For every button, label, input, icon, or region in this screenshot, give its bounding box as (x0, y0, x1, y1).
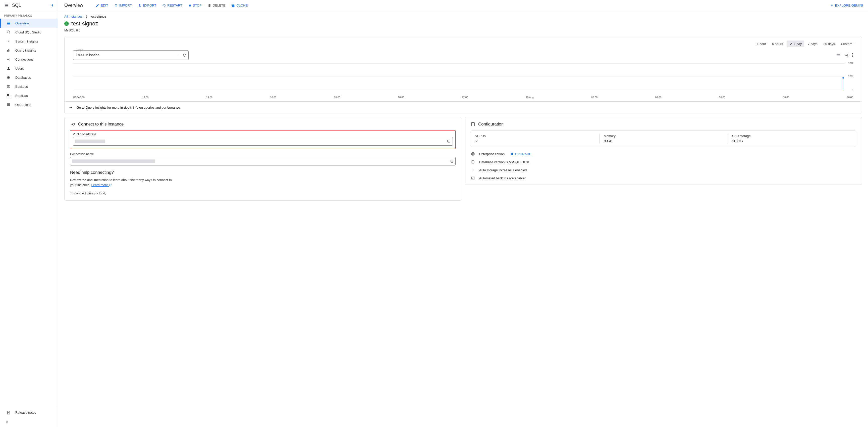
restart-button[interactable]: Restart (160, 2, 185, 9)
product-logo-icon (4, 3, 9, 8)
x-tick: 22:00 (462, 96, 468, 99)
nav-item-connections[interactable]: Connections (0, 55, 58, 64)
chart-plot: 20% 10% 0 (73, 62, 853, 95)
svg-rect-3 (8, 86, 9, 86)
copy-public-ip-button[interactable] (447, 140, 451, 143)
upgrade-button[interactable]: Upgrade (510, 152, 531, 156)
range-30days[interactable]: 30 days (821, 40, 838, 47)
import-button[interactable]: Import (112, 2, 134, 9)
collapse-sidebar-button[interactable] (0, 417, 58, 427)
x-tick: 16:00 (270, 96, 276, 99)
range-6hours[interactable]: 6 hours (770, 40, 785, 47)
time-range-selector: 1 hour 6 hours 1 day 7 days 30 days Cust… (65, 39, 862, 49)
range-custom[interactable]: Custom (838, 40, 859, 47)
instance-name: test-signoz (71, 20, 98, 27)
stat-vcpus-value: 2 (475, 139, 595, 143)
connection-name-field (70, 157, 456, 166)
nav-label: Release notes (15, 411, 36, 415)
nav-label: Overview (15, 21, 29, 25)
chevron-down-icon (177, 54, 179, 56)
config-row-auto-storage: Auto storage increase is enabled (471, 168, 856, 172)
chart-metric-select[interactable]: Chart CPU utilisation (73, 50, 189, 60)
clone-button[interactable]: Clone (229, 2, 250, 9)
connection-name-label: Connection name (70, 152, 456, 156)
config-icon (471, 122, 475, 126)
svg-rect-19 (511, 153, 512, 154)
nav-item-overview[interactable]: Overview (0, 19, 58, 28)
public-ip-field (73, 137, 453, 146)
x-tick: 10:00 (847, 96, 853, 99)
release-notes-icon (6, 411, 11, 415)
pin-icon[interactable] (51, 4, 54, 7)
delete-button[interactable]: Delete (205, 2, 228, 9)
connect-icon (70, 122, 75, 127)
nav-item-release-notes[interactable]: Release notes (0, 408, 58, 417)
edit-button[interactable]: Edit (93, 2, 111, 9)
x-tick: 02:00 (591, 96, 597, 99)
learn-more-link[interactable]: Learn more (91, 183, 112, 187)
x-tick: 19 Aug (526, 96, 533, 99)
backups-icon (6, 85, 11, 88)
nav-item-replicas[interactable]: Replicas (0, 91, 58, 100)
database-icon (471, 160, 475, 164)
nav-item-users[interactable]: Users (0, 64, 58, 73)
svg-rect-0 (189, 4, 191, 6)
instance-engine: MySQL 8.0 (64, 28, 862, 32)
globe-icon (471, 152, 475, 156)
search-icon (6, 30, 11, 34)
stat-memory-value: 8 GB (604, 139, 723, 143)
svg-point-10 (852, 56, 853, 57)
nav-item-query-insights[interactable]: Query insights (0, 46, 58, 55)
nav-item-operations[interactable]: Operations (0, 100, 58, 109)
copy-connection-name-button[interactable] (450, 160, 453, 163)
svg-rect-21 (511, 154, 512, 155)
nav-label: System insights (15, 39, 38, 43)
nav-item-cloud-sql-studio[interactable]: Cloud SQL Studio (0, 28, 58, 37)
x-tick: 20:00 (398, 96, 404, 99)
refresh-icon[interactable] (183, 53, 186, 57)
backup-enabled-icon (471, 176, 475, 180)
public-ip-highlight: Public IP address (70, 130, 456, 149)
y-tick: 0 (852, 89, 853, 91)
chart-more-icon[interactable] (852, 53, 853, 57)
breadcrumb-root[interactable]: All instances (64, 15, 83, 18)
svg-rect-23 (472, 161, 474, 164)
x-tick: 08:00 (783, 96, 789, 99)
chart-metric-value: CPU utilisation (76, 53, 99, 57)
range-1hour[interactable]: 1 hour (754, 40, 769, 47)
x-tick-tz: UTC+5:30 (73, 96, 85, 99)
nav-label: Connections (15, 58, 33, 61)
nav-label: Backups (15, 85, 28, 88)
public-ip-label: Public IP address (73, 133, 453, 136)
x-tick: 18:00 (334, 96, 340, 99)
nav-item-databases[interactable]: Databases (0, 73, 58, 82)
databases-icon (6, 76, 11, 80)
users-icon (6, 66, 11, 70)
svg-point-11 (72, 123, 74, 125)
query-insights-link[interactable]: Go to Query insights for more in-depth i… (65, 101, 862, 113)
product-name: SQL (12, 3, 21, 8)
replicas-icon (6, 93, 11, 97)
chart-explore-icon[interactable] (844, 53, 849, 57)
chart-legend-toggle-icon[interactable] (836, 53, 841, 57)
explore-gemini-button[interactable]: Explore Gemini (825, 3, 868, 7)
chart-x-axis: UTC+5:30 12:00 14:00 16:00 18:00 20:00 2… (65, 95, 862, 101)
config-row-edition: Enterprise edition Upgrade (471, 152, 856, 156)
instance-header: ✓ test-signoz (64, 20, 862, 27)
svg-rect-20 (512, 153, 513, 154)
chevron-right-icon: ❯ (85, 15, 88, 18)
export-button[interactable]: Export (135, 2, 159, 9)
range-1day[interactable]: 1 day (786, 40, 804, 47)
operations-icon (6, 103, 11, 107)
nav-item-backups[interactable]: Backups (0, 82, 58, 91)
nav-label: Operations (15, 103, 31, 107)
nav-item-system-insights[interactable]: System insights (0, 37, 58, 46)
system-insights-icon (6, 39, 11, 43)
stop-button[interactable]: Stop (186, 2, 204, 9)
sidebar: Primary instance Overview Cloud SQL Stud… (0, 11, 58, 427)
y-tick: 20% (848, 62, 853, 65)
config-stats: vCPUs 2 Memory 8 GB SSD storage 10 GB (471, 130, 856, 147)
page-title: Overview (58, 3, 89, 8)
range-7days[interactable]: 7 days (805, 40, 820, 47)
query-insights-icon (6, 48, 11, 52)
